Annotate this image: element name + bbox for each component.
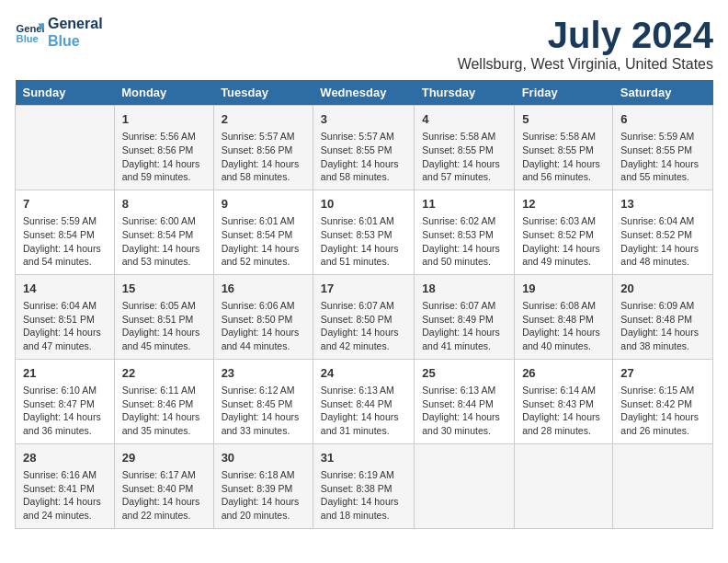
- logo-blue: Blue: [48, 32, 103, 50]
- header: General Blue General Blue July 2024 Well…: [15, 15, 713, 73]
- calendar-cell: [415, 443, 515, 528]
- day-info: Sunrise: 6:03 AM Sunset: 8:52 PM Dayligh…: [522, 214, 605, 269]
- day-info: Sunrise: 6:12 AM Sunset: 8:45 PM Dayligh…: [222, 384, 305, 438]
- day-info: Sunrise: 6:02 AM Sunset: 8:53 PM Dayligh…: [422, 214, 506, 269]
- day-info: Sunrise: 6:06 AM Sunset: 8:50 PM Dayligh…: [222, 299, 305, 353]
- column-header-wednesday: Wednesday: [313, 80, 414, 106]
- calendar-cell: [16, 106, 115, 190]
- column-header-sunday: Sunday: [16, 80, 115, 106]
- day-number: 3: [321, 111, 406, 128]
- day-number: 31: [321, 450, 406, 466]
- day-number: 30: [222, 450, 305, 466]
- calendar-cell: 31Sunrise: 6:19 AM Sunset: 8:38 PM Dayli…: [313, 443, 414, 528]
- day-info: Sunrise: 5:56 AM Sunset: 8:56 PM Dayligh…: [122, 130, 206, 184]
- calendar-cell: [613, 443, 713, 528]
- week-row-4: 21Sunrise: 6:10 AM Sunset: 8:47 PM Dayli…: [16, 359, 713, 443]
- day-number: 19: [522, 281, 605, 297]
- day-info: Sunrise: 6:00 AM Sunset: 8:54 PM Dayligh…: [122, 214, 206, 269]
- column-header-tuesday: Tuesday: [213, 80, 313, 106]
- week-row-2: 7Sunrise: 5:59 AM Sunset: 8:54 PM Daylig…: [16, 190, 713, 274]
- week-row-5: 28Sunrise: 6:16 AM Sunset: 8:41 PM Dayli…: [16, 443, 713, 528]
- day-number: 15: [122, 281, 206, 297]
- day-info: Sunrise: 6:04 AM Sunset: 8:51 PM Dayligh…: [23, 299, 107, 353]
- calendar-cell: [515, 443, 613, 528]
- calendar-cell: 21Sunrise: 6:10 AM Sunset: 8:47 PM Dayli…: [16, 359, 115, 443]
- calendar-cell: 8Sunrise: 6:00 AM Sunset: 8:54 PM Daylig…: [114, 190, 213, 274]
- column-header-thursday: Thursday: [415, 80, 515, 106]
- day-number: 11: [422, 196, 506, 213]
- day-info: Sunrise: 6:18 AM Sunset: 8:39 PM Dayligh…: [222, 468, 305, 523]
- logo-general: General: [48, 15, 103, 32]
- calendar-cell: 7Sunrise: 5:59 AM Sunset: 8:54 PM Daylig…: [16, 190, 115, 274]
- day-number: 13: [620, 196, 705, 213]
- day-info: Sunrise: 6:09 AM Sunset: 8:48 PM Dayligh…: [620, 299, 705, 353]
- day-number: 18: [422, 281, 506, 297]
- day-number: 20: [620, 281, 705, 297]
- day-info: Sunrise: 6:07 AM Sunset: 8:49 PM Dayligh…: [422, 299, 506, 353]
- day-number: 7: [23, 196, 107, 213]
- day-number: 2: [222, 111, 305, 128]
- calendar-cell: 4Sunrise: 5:58 AM Sunset: 8:55 PM Daylig…: [415, 106, 515, 190]
- calendar-cell: 19Sunrise: 6:08 AM Sunset: 8:48 PM Dayli…: [515, 274, 613, 359]
- calendar-cell: 23Sunrise: 6:12 AM Sunset: 8:45 PM Dayli…: [213, 359, 313, 443]
- week-row-3: 14Sunrise: 6:04 AM Sunset: 8:51 PM Dayli…: [16, 274, 713, 359]
- calendar-cell: 17Sunrise: 6:07 AM Sunset: 8:50 PM Dayli…: [313, 274, 414, 359]
- column-header-saturday: Saturday: [613, 80, 713, 106]
- day-info: Sunrise: 5:57 AM Sunset: 8:55 PM Dayligh…: [321, 130, 406, 184]
- day-number: 5: [522, 111, 605, 128]
- day-number: 4: [422, 111, 506, 128]
- day-number: 8: [122, 196, 206, 213]
- day-info: Sunrise: 6:07 AM Sunset: 8:50 PM Dayligh…: [321, 299, 406, 353]
- day-number: 22: [122, 365, 206, 382]
- column-header-friday: Friday: [515, 80, 613, 106]
- day-number: 1: [122, 111, 206, 128]
- day-info: Sunrise: 6:08 AM Sunset: 8:48 PM Dayligh…: [522, 299, 605, 353]
- calendar-header-row: SundayMondayTuesdayWednesdayThursdayFrid…: [16, 80, 713, 106]
- day-info: Sunrise: 5:59 AM Sunset: 8:55 PM Dayligh…: [620, 130, 705, 184]
- calendar-cell: 6Sunrise: 5:59 AM Sunset: 8:55 PM Daylig…: [613, 106, 713, 190]
- day-info: Sunrise: 6:14 AM Sunset: 8:43 PM Dayligh…: [522, 384, 605, 438]
- column-header-monday: Monday: [114, 80, 213, 106]
- calendar-cell: 16Sunrise: 6:06 AM Sunset: 8:50 PM Dayli…: [213, 274, 313, 359]
- title-area: July 2024 Wellsburg, West Virginia, Unit…: [458, 15, 713, 73]
- day-info: Sunrise: 5:57 AM Sunset: 8:56 PM Dayligh…: [222, 130, 305, 184]
- week-row-1: 1Sunrise: 5:56 AM Sunset: 8:56 PM Daylig…: [16, 106, 713, 190]
- calendar-table: SundayMondayTuesdayWednesdayThursdayFrid…: [15, 80, 713, 529]
- day-info: Sunrise: 6:17 AM Sunset: 8:40 PM Dayligh…: [122, 468, 206, 523]
- calendar-cell: 28Sunrise: 6:16 AM Sunset: 8:41 PM Dayli…: [16, 443, 115, 528]
- day-number: 16: [222, 281, 305, 297]
- day-info: Sunrise: 6:19 AM Sunset: 8:38 PM Dayligh…: [321, 468, 406, 523]
- day-info: Sunrise: 5:58 AM Sunset: 8:55 PM Dayligh…: [522, 130, 605, 184]
- calendar-cell: 27Sunrise: 6:15 AM Sunset: 8:42 PM Dayli…: [613, 359, 713, 443]
- calendar-body: 1Sunrise: 5:56 AM Sunset: 8:56 PM Daylig…: [16, 106, 713, 529]
- day-info: Sunrise: 6:16 AM Sunset: 8:41 PM Dayligh…: [23, 468, 107, 523]
- day-number: 23: [222, 365, 305, 382]
- calendar-cell: 29Sunrise: 6:17 AM Sunset: 8:40 PM Dayli…: [114, 443, 213, 528]
- calendar-cell: 13Sunrise: 6:04 AM Sunset: 8:52 PM Dayli…: [613, 190, 713, 274]
- calendar-cell: 12Sunrise: 6:03 AM Sunset: 8:52 PM Dayli…: [515, 190, 613, 274]
- day-number: 26: [522, 365, 605, 382]
- calendar-cell: 30Sunrise: 6:18 AM Sunset: 8:39 PM Dayli…: [213, 443, 313, 528]
- calendar-cell: 11Sunrise: 6:02 AM Sunset: 8:53 PM Dayli…: [415, 190, 515, 274]
- calendar-cell: 15Sunrise: 6:05 AM Sunset: 8:51 PM Dayli…: [114, 274, 213, 359]
- calendar-cell: 18Sunrise: 6:07 AM Sunset: 8:49 PM Dayli…: [415, 274, 515, 359]
- day-number: 28: [23, 450, 107, 466]
- day-number: 27: [620, 365, 705, 382]
- calendar-cell: 22Sunrise: 6:11 AM Sunset: 8:46 PM Dayli…: [114, 359, 213, 443]
- calendar-cell: 5Sunrise: 5:58 AM Sunset: 8:55 PM Daylig…: [515, 106, 613, 190]
- calendar-cell: 14Sunrise: 6:04 AM Sunset: 8:51 PM Dayli…: [16, 274, 115, 359]
- calendar-cell: 10Sunrise: 6:01 AM Sunset: 8:53 PM Dayli…: [313, 190, 414, 274]
- day-info: Sunrise: 6:01 AM Sunset: 8:53 PM Dayligh…: [321, 214, 406, 269]
- day-info: Sunrise: 6:10 AM Sunset: 8:47 PM Dayligh…: [23, 384, 107, 438]
- day-info: Sunrise: 6:13 AM Sunset: 8:44 PM Dayligh…: [321, 384, 406, 438]
- day-number: 14: [23, 281, 107, 297]
- day-info: Sunrise: 6:15 AM Sunset: 8:42 PM Dayligh…: [620, 384, 705, 438]
- page-subtitle: Wellsburg, West Virginia, United States: [458, 56, 713, 73]
- logo-icon: General Blue: [15, 17, 44, 47]
- day-number: 10: [321, 196, 406, 213]
- day-number: 25: [422, 365, 506, 382]
- day-number: 17: [321, 281, 406, 297]
- calendar-cell: 26Sunrise: 6:14 AM Sunset: 8:43 PM Dayli…: [515, 359, 613, 443]
- day-info: Sunrise: 6:11 AM Sunset: 8:46 PM Dayligh…: [122, 384, 206, 438]
- day-number: 12: [522, 196, 605, 213]
